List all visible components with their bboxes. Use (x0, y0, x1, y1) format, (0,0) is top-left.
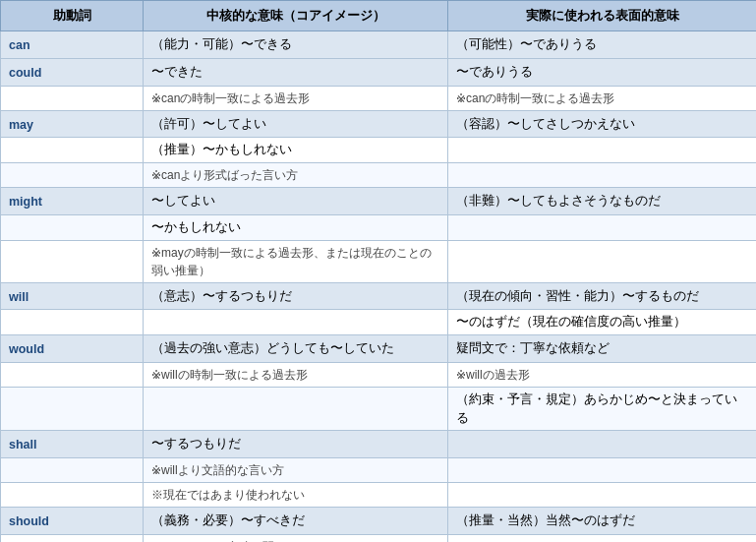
table-cell-surface: ※canの時制一致による過去形 (448, 86, 757, 110)
table-cell-core: ※canの時制一致による過去形 (144, 86, 448, 110)
table-cell-surface (448, 163, 757, 188)
table-cell-core (144, 387, 448, 431)
table-cell-word: should (1, 508, 144, 535)
table-cell-word: shall (1, 431, 144, 458)
table-cell-word: may (1, 110, 144, 138)
table-cell-surface: ※willの過去形 (448, 362, 757, 387)
table-cell-core: （推量）〜かもしれない (144, 138, 448, 163)
table-cell-surface: 〜のはずだ（現在の確信度の高い推量） (448, 310, 757, 335)
table-cell-surface: （現在の傾向・習性・能力）〜するものだ (448, 282, 757, 310)
table-cell-surface: （非難）〜してもよさそうなものだ (448, 188, 757, 215)
table-cell-core: ※mayの時制一致による過去形、または現在のことの弱い推量） (144, 240, 448, 282)
table-cell-core: （過去の強い意志）どうしても〜していた (144, 335, 448, 363)
table-cell-core (144, 310, 448, 335)
modal-table: 助動詞 中核的な意味（コアイメージ） 実際に使われる表面的意味 can（能力・可… (0, 0, 756, 542)
table-cell-word: would (1, 335, 144, 363)
table-cell-word (1, 163, 144, 188)
table-cell-word (1, 458, 144, 483)
table-cell-core: ※ought toより意味が弱い (144, 534, 448, 542)
table-cell-surface (448, 458, 757, 483)
table-cell-surface: 〜でありうる (448, 58, 757, 86)
table-cell-core: （能力・可能）〜できる (144, 31, 448, 59)
header-core: 中核的な意味（コアイメージ） (144, 1, 448, 31)
table-cell-surface: （容認）〜してさしつかえない (448, 110, 757, 138)
table-cell-surface (448, 240, 757, 282)
table-cell-core: ※willより文語的な言い方 (144, 458, 448, 483)
table-cell-word (1, 362, 144, 387)
table-cell-core: （許可）〜してよい (144, 110, 448, 138)
table-cell-surface: （可能性）〜でありうる (448, 31, 757, 59)
table-cell-word: could (1, 58, 144, 86)
table-cell-word: will (1, 282, 144, 310)
table-cell-surface: （推量・当然）当然〜のはずだ (448, 508, 757, 535)
table-cell-core: （義務・必要）〜すべきだ (144, 508, 448, 535)
table-cell-core: 〜できた (144, 58, 448, 86)
table-cell-surface: （約束・予言・規定）あらかじめ〜と決まっている (448, 387, 757, 431)
table-cell-word (1, 310, 144, 335)
table-cell-core: ※canより形式ばった言い方 (144, 163, 448, 188)
table-cell-core: 〜してよい (144, 188, 448, 215)
table-cell-surface: 疑問文で：丁寧な依頼など (448, 335, 757, 363)
table-cell-surface (448, 431, 757, 458)
table-cell-surface (448, 534, 757, 542)
header-surface: 実際に使われる表面的意味 (448, 1, 757, 31)
table-cell-word (1, 214, 144, 240)
table-cell-word (1, 240, 144, 282)
header-word: 助動詞 (1, 1, 144, 31)
table-cell-word: can (1, 31, 144, 59)
table-cell-surface (448, 214, 757, 240)
table-cell-word (1, 534, 144, 542)
table-cell-core: ※現在ではあまり使われない (144, 483, 448, 508)
table-cell-surface (448, 138, 757, 163)
table-cell-word (1, 483, 144, 508)
table-cell-core: （意志）〜するつもりだ (144, 282, 448, 310)
table-cell-word: might (1, 188, 144, 215)
table-cell-word (1, 387, 144, 431)
table-cell-word (1, 86, 144, 110)
table-cell-core: 〜するつもりだ (144, 431, 448, 458)
table-cell-word (1, 138, 144, 163)
table-cell-core: ※willの時制一致による過去形 (144, 362, 448, 387)
table-cell-core: 〜かもしれない (144, 214, 448, 240)
table-cell-surface (448, 483, 757, 508)
